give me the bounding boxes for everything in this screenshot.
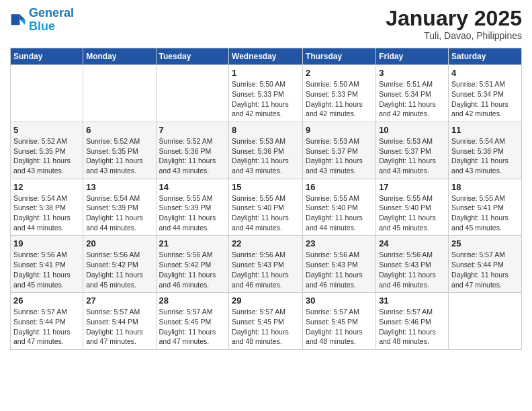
day-number: 8: [232, 125, 300, 135]
day-number: 3: [379, 68, 445, 78]
day-info: Sunrise: 5:53 AMSunset: 5:37 PMDaylight:…: [379, 136, 445, 176]
day-info: Sunrise: 5:50 AMSunset: 5:33 PMDaylight:…: [306, 79, 373, 119]
day-info: Sunrise: 5:52 AMSunset: 5:36 PMDaylight:…: [159, 136, 226, 176]
logo: General Blue: [10, 7, 74, 34]
weekday-header-friday: Friday: [376, 48, 449, 65]
calendar-cell: 23Sunrise: 5:56 AMSunset: 5:43 PMDayligh…: [303, 236, 376, 293]
day-number: 20: [86, 238, 152, 248]
weekday-header-sunday: Sunday: [11, 48, 83, 65]
day-number: 12: [13, 182, 80, 192]
logo-icon: [10, 12, 26, 28]
calendar-week-1: 1Sunrise: 5:50 AMSunset: 5:33 PMDaylight…: [11, 65, 522, 122]
day-number: 26: [13, 295, 80, 306]
weekday-header-monday: Monday: [83, 48, 156, 65]
day-number: 13: [86, 182, 152, 192]
day-info: Sunrise: 5:55 AMSunset: 5:40 PMDaylight:…: [232, 193, 300, 233]
calendar-week-5: 26Sunrise: 5:57 AMSunset: 5:44 PMDayligh…: [11, 293, 522, 350]
day-info: Sunrise: 5:57 AMSunset: 5:45 PMDaylight:…: [232, 307, 300, 347]
calendar-header-row: SundayMondayTuesdayWednesdayThursdayFrid…: [11, 48, 522, 65]
day-info: Sunrise: 5:56 AMSunset: 5:43 PMDaylight:…: [379, 250, 445, 289]
day-info: Sunrise: 5:54 AMSunset: 5:39 PMDaylight:…: [86, 193, 152, 233]
day-info: Sunrise: 5:57 AMSunset: 5:44 PMDaylight:…: [451, 250, 519, 289]
day-info: Sunrise: 5:54 AMSunset: 5:38 PMDaylight:…: [451, 136, 519, 176]
day-number: 15: [232, 182, 300, 192]
day-info: Sunrise: 5:56 AMSunset: 5:42 PMDaylight:…: [159, 250, 226, 289]
calendar-cell: 14Sunrise: 5:55 AMSunset: 5:39 PMDayligh…: [156, 179, 229, 236]
day-info: Sunrise: 5:52 AMSunset: 5:35 PMDaylight:…: [86, 136, 152, 176]
calendar-cell: 15Sunrise: 5:55 AMSunset: 5:40 PMDayligh…: [229, 179, 303, 236]
calendar-cell: 7Sunrise: 5:52 AMSunset: 5:36 PMDaylight…: [156, 122, 229, 179]
calendar-cell: 27Sunrise: 5:57 AMSunset: 5:44 PMDayligh…: [83, 293, 156, 350]
page-subtitle: Tuli, Davao, Philippines: [386, 30, 522, 41]
calendar-cell: [83, 65, 156, 122]
day-info: Sunrise: 5:57 AMSunset: 5:45 PMDaylight:…: [306, 307, 373, 347]
header: General Blue January 2025 Tuli, Davao, P…: [10, 7, 522, 41]
page-title: January 2025: [386, 7, 522, 30]
day-number: 2: [306, 68, 373, 78]
day-info: Sunrise: 5:55 AMSunset: 5:40 PMDaylight:…: [306, 193, 373, 233]
day-info: Sunrise: 5:53 AMSunset: 5:36 PMDaylight:…: [232, 136, 300, 176]
calendar-cell: 6Sunrise: 5:52 AMSunset: 5:35 PMDaylight…: [83, 122, 156, 179]
day-number: 10: [379, 125, 445, 135]
calendar-cell: 4Sunrise: 5:51 AMSunset: 5:34 PMDaylight…: [449, 65, 522, 122]
day-info: Sunrise: 5:54 AMSunset: 5:38 PMDaylight:…: [13, 193, 80, 233]
day-number: 30: [306, 295, 373, 306]
day-info: Sunrise: 5:55 AMSunset: 5:40 PMDaylight:…: [379, 193, 445, 233]
day-info: Sunrise: 5:55 AMSunset: 5:41 PMDaylight:…: [451, 193, 519, 233]
calendar-cell: 30Sunrise: 5:57 AMSunset: 5:45 PMDayligh…: [303, 293, 376, 350]
weekday-header-saturday: Saturday: [449, 48, 522, 65]
calendar-table: SundayMondayTuesdayWednesdayThursdayFrid…: [10, 48, 522, 350]
calendar-cell: 13Sunrise: 5:54 AMSunset: 5:39 PMDayligh…: [83, 179, 156, 236]
logo-blue: Blue: [29, 19, 55, 33]
day-number: 16: [306, 182, 373, 192]
logo-general: General: [29, 6, 74, 19]
day-info: Sunrise: 5:56 AMSunset: 5:42 PMDaylight:…: [86, 250, 152, 289]
calendar-cell: 2Sunrise: 5:50 AMSunset: 5:33 PMDaylight…: [303, 65, 376, 122]
day-info: Sunrise: 5:53 AMSunset: 5:37 PMDaylight:…: [306, 136, 373, 176]
calendar-cell: 11Sunrise: 5:54 AMSunset: 5:38 PMDayligh…: [449, 122, 522, 179]
calendar-cell: [11, 65, 83, 122]
day-info: Sunrise: 5:51 AMSunset: 5:34 PMDaylight:…: [379, 79, 445, 119]
day-info: Sunrise: 5:57 AMSunset: 5:45 PMDaylight:…: [159, 307, 226, 347]
day-number: 17: [379, 182, 445, 192]
day-number: 31: [379, 295, 445, 306]
day-number: 7: [159, 125, 226, 135]
calendar-cell: 26Sunrise: 5:57 AMSunset: 5:44 PMDayligh…: [11, 293, 83, 350]
calendar-cell: 16Sunrise: 5:55 AMSunset: 5:40 PMDayligh…: [303, 179, 376, 236]
svg-rect-2: [11, 14, 20, 25]
day-info: Sunrise: 5:55 AMSunset: 5:39 PMDaylight:…: [159, 193, 226, 233]
day-number: 29: [232, 295, 300, 306]
calendar-cell: [156, 65, 229, 122]
calendar-cell: 25Sunrise: 5:57 AMSunset: 5:44 PMDayligh…: [449, 236, 522, 293]
logo-text: General Blue: [29, 7, 74, 34]
calendar-cell: 21Sunrise: 5:56 AMSunset: 5:42 PMDayligh…: [156, 236, 229, 293]
day-info: Sunrise: 5:57 AMSunset: 5:44 PMDaylight:…: [86, 307, 152, 347]
day-info: Sunrise: 5:51 AMSunset: 5:34 PMDaylight:…: [451, 79, 519, 119]
day-number: 18: [451, 182, 519, 192]
calendar-cell: 10Sunrise: 5:53 AMSunset: 5:37 PMDayligh…: [376, 122, 449, 179]
day-number: 6: [86, 125, 152, 135]
day-number: 14: [159, 182, 226, 192]
day-info: Sunrise: 5:52 AMSunset: 5:35 PMDaylight:…: [13, 136, 80, 176]
weekday-header-wednesday: Wednesday: [229, 48, 303, 65]
calendar-week-4: 19Sunrise: 5:56 AMSunset: 5:41 PMDayligh…: [11, 236, 522, 293]
calendar-cell: 28Sunrise: 5:57 AMSunset: 5:45 PMDayligh…: [156, 293, 229, 350]
calendar-cell: 12Sunrise: 5:54 AMSunset: 5:38 PMDayligh…: [11, 179, 83, 236]
calendar-cell: 3Sunrise: 5:51 AMSunset: 5:34 PMDaylight…: [376, 65, 449, 122]
calendar-cell: 20Sunrise: 5:56 AMSunset: 5:42 PMDayligh…: [83, 236, 156, 293]
day-number: 25: [451, 238, 519, 248]
calendar-cell: 5Sunrise: 5:52 AMSunset: 5:35 PMDaylight…: [11, 122, 83, 179]
day-info: Sunrise: 5:57 AMSunset: 5:44 PMDaylight:…: [13, 307, 80, 347]
day-info: Sunrise: 5:56 AMSunset: 5:41 PMDaylight:…: [13, 250, 80, 289]
day-info: Sunrise: 5:57 AMSunset: 5:46 PMDaylight:…: [379, 307, 445, 347]
day-number: 21: [159, 238, 226, 248]
calendar-cell: 18Sunrise: 5:55 AMSunset: 5:41 PMDayligh…: [449, 179, 522, 236]
calendar-cell: 1Sunrise: 5:50 AMSunset: 5:33 PMDaylight…: [229, 65, 303, 122]
day-info: Sunrise: 5:56 AMSunset: 5:43 PMDaylight:…: [232, 250, 300, 289]
calendar-cell: 29Sunrise: 5:57 AMSunset: 5:45 PMDayligh…: [229, 293, 303, 350]
day-number: 23: [306, 238, 373, 248]
day-info: Sunrise: 5:50 AMSunset: 5:33 PMDaylight:…: [232, 79, 300, 119]
calendar-cell: 17Sunrise: 5:55 AMSunset: 5:40 PMDayligh…: [376, 179, 449, 236]
calendar-cell: 24Sunrise: 5:56 AMSunset: 5:43 PMDayligh…: [376, 236, 449, 293]
calendar-cell: 8Sunrise: 5:53 AMSunset: 5:36 PMDaylight…: [229, 122, 303, 179]
